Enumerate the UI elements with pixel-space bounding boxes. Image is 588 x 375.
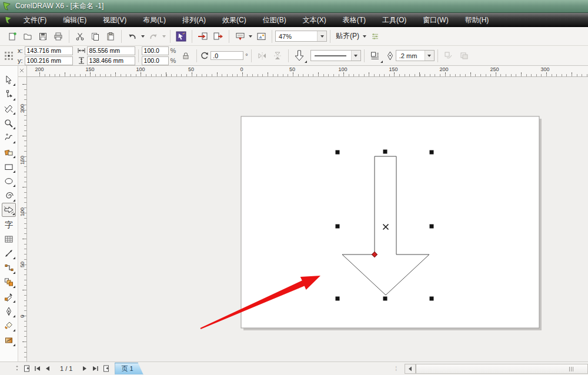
- menu-bitmaps[interactable]: 位图(B): [255, 14, 295, 27]
- redo-dropdown[interactable]: [161, 29, 167, 44]
- outline-width-select[interactable]: .2 mm: [396, 50, 435, 61]
- outline-style-dropdown-button[interactable]: [351, 51, 360, 61]
- menu-help[interactable]: 帮助(H): [457, 14, 497, 27]
- zoom-level-select[interactable]: 47%: [275, 31, 327, 42]
- snap-to-dropdown[interactable]: [362, 29, 368, 44]
- open-button[interactable]: [20, 29, 35, 44]
- handle-top-right[interactable]: [430, 150, 434, 155]
- polygon-tool[interactable]: [2, 189, 16, 203]
- handle-middle-left[interactable]: [336, 225, 340, 229]
- object-width-field[interactable]: [87, 46, 135, 55]
- ellipse-tool[interactable]: [2, 174, 16, 188]
- zoom-tool-icon: [4, 119, 14, 128]
- toolbox: 字: [0, 66, 18, 361]
- scale-vertical-field[interactable]: [142, 56, 169, 65]
- mirror-horizontal-button[interactable]: [255, 48, 270, 63]
- rotation-angle-field[interactable]: [211, 51, 243, 60]
- scrollbar-thumb[interactable]: [416, 364, 587, 373]
- fill-tool-icon: [4, 321, 14, 330]
- last-page-button[interactable]: [90, 363, 101, 374]
- menu-arrange[interactable]: 排列(A): [174, 14, 214, 27]
- welcome-screen-button[interactable]: [253, 29, 269, 44]
- x-position-field[interactable]: [25, 46, 73, 55]
- smart-fill-tool[interactable]: [2, 145, 16, 159]
- outline-width-dropdown-button[interactable]: [425, 51, 434, 61]
- horizontal-scrollbar[interactable]: [405, 364, 588, 374]
- handle-bottom-center[interactable]: [383, 297, 387, 301]
- behind-fill-icon: [459, 51, 468, 60]
- basic-shapes-tool[interactable]: [2, 203, 16, 217]
- undo-button[interactable]: [125, 29, 140, 44]
- lock-ratio-button[interactable]: [178, 48, 193, 63]
- menu-table[interactable]: 表格(T): [335, 14, 374, 27]
- convert-to-curves-button[interactable]: [441, 48, 456, 63]
- options-button[interactable]: [368, 29, 383, 44]
- dimension-tool[interactable]: [2, 246, 16, 260]
- scroll-left-button[interactable]: [405, 364, 416, 373]
- connector-tool[interactable]: [2, 261, 16, 275]
- splitter-handle[interactable]: ⁞: [395, 366, 397, 372]
- search-content-button[interactable]: [173, 29, 189, 44]
- add-page-after-button[interactable]: [101, 363, 111, 374]
- arrow-shape-picker-button[interactable]: [292, 48, 307, 63]
- print-button[interactable]: [51, 29, 66, 44]
- mirror-vertical-button[interactable]: [270, 48, 285, 63]
- vertical-ruler[interactable]: 200150100500: [18, 77, 27, 361]
- menu-window[interactable]: 窗口(W): [415, 14, 456, 27]
- menu-file[interactable]: 文件(F): [15, 14, 55, 27]
- blend-tool[interactable]: [2, 275, 16, 289]
- rectangle-tool[interactable]: [2, 160, 16, 174]
- paste-button[interactable]: [103, 29, 118, 44]
- ellipse-tool-icon: [4, 176, 14, 186]
- menu-view[interactable]: 视图(V): [95, 14, 135, 27]
- copy-button[interactable]: [88, 29, 103, 44]
- object-height-field[interactable]: [87, 56, 135, 65]
- eyedropper-tool[interactable]: [2, 290, 16, 304]
- cut-button[interactable]: [72, 29, 88, 44]
- text-tool[interactable]: 字: [2, 217, 16, 232]
- freehand-tool[interactable]: [2, 130, 16, 145]
- handle-top-left[interactable]: [336, 150, 340, 155]
- menu-edit[interactable]: 编辑(E): [55, 14, 95, 27]
- handle-bottom-right[interactable]: [430, 297, 434, 301]
- chevron-down-icon: [427, 55, 431, 57]
- pick-tool[interactable]: [2, 73, 16, 87]
- page-tab-1[interactable]: 页 1: [115, 363, 143, 374]
- shape-tool[interactable]: [2, 88, 16, 102]
- ruler-origin-corner[interactable]: [18, 66, 27, 77]
- application-launcher-button[interactable]: [232, 29, 248, 44]
- export-button[interactable]: [211, 29, 226, 44]
- add-page-before-button[interactable]: [21, 363, 32, 374]
- first-page-button[interactable]: [32, 363, 42, 374]
- outline-style-select[interactable]: [310, 50, 361, 61]
- handle-middle-right[interactable]: [430, 225, 434, 229]
- handle-top-center[interactable]: [383, 150, 387, 154]
- import-button[interactable]: [195, 29, 211, 44]
- undo-dropdown[interactable]: [140, 29, 146, 44]
- zoom-tool[interactable]: [2, 116, 16, 130]
- next-page-button[interactable]: [79, 363, 90, 374]
- interactive-fill-tool[interactable]: [2, 333, 16, 347]
- crop-tool[interactable]: [2, 102, 16, 116]
- redo-button[interactable]: [146, 29, 161, 44]
- drawing-canvas[interactable]: [27, 77, 588, 361]
- new-document-button[interactable]: [5, 29, 20, 44]
- menu-tools[interactable]: 工具(O): [374, 14, 415, 27]
- application-launcher-dropdown[interactable]: [248, 29, 253, 44]
- menu-effects[interactable]: 效果(C): [214, 14, 255, 27]
- snap-to-button[interactable]: 贴齐(P): [333, 31, 362, 41]
- zoom-dropdown-button[interactable]: [317, 31, 326, 41]
- outline-pen-tool[interactable]: [2, 304, 16, 319]
- menu-layout[interactable]: 布局(L): [135, 14, 174, 27]
- behind-fill-button[interactable]: [456, 48, 472, 63]
- menu-text[interactable]: 文本(X): [295, 14, 335, 27]
- fill-tool[interactable]: [2, 319, 16, 333]
- wrap-text-button[interactable]: [368, 48, 383, 63]
- y-position-field[interactable]: [25, 56, 73, 65]
- table-tool[interactable]: [2, 232, 16, 246]
- handle-bottom-left[interactable]: [336, 297, 340, 301]
- scale-horizontal-field[interactable]: [142, 46, 169, 55]
- previous-page-button[interactable]: [42, 363, 53, 374]
- horizontal-ruler[interactable]: 20015010050050100150200250300: [27, 66, 588, 77]
- save-button[interactable]: [35, 29, 51, 44]
